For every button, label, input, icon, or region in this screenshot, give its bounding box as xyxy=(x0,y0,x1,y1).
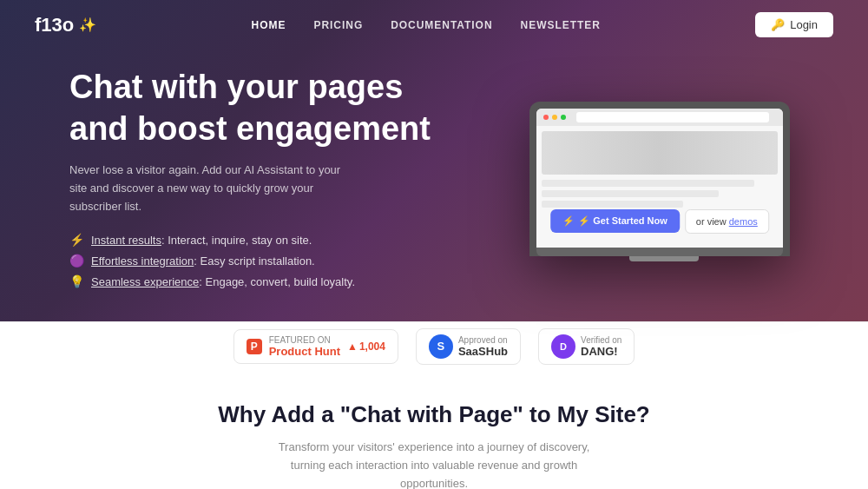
feature-integration-label: Effortless integration xyxy=(91,254,194,268)
product-hunt-badge[interactable]: P FEATURED ON Product Hunt ▲ 1,004 xyxy=(233,329,398,364)
lightning-icon-2: ⚡ xyxy=(562,215,575,227)
badges-strip: P FEATURED ON Product Hunt ▲ 1,004 S App… xyxy=(0,321,868,370)
laptop-base xyxy=(536,248,783,256)
or-view-demos[interactable]: or view demos xyxy=(685,209,769,234)
why-subtitle: Transform your visitors' experience into… xyxy=(269,439,599,489)
saashub-text: Approved on SaaSHub xyxy=(458,335,508,358)
nav-home[interactable]: HOME xyxy=(252,19,286,31)
dot-yellow xyxy=(552,115,557,120)
nav-newsletter[interactable]: NEWSLETTER xyxy=(521,19,601,31)
dot-red xyxy=(543,115,549,120)
saashub-approved-label: Approved on xyxy=(458,335,508,345)
hero-section: f13o ✨ HOME PRICING DOCUMENTATION NEWSLE… xyxy=(0,0,868,321)
dang-verified-label: Verified on xyxy=(581,335,621,345)
dang-badge[interactable]: D Verified on DANG! xyxy=(538,328,635,365)
laptop-outer: ⚡ ⚡ Get Started Now or view demos xyxy=(529,102,790,256)
screen-chat-popup: ⚡ ⚡ Get Started Now or view demos xyxy=(550,209,769,234)
dang-name: DANG! xyxy=(581,345,618,358)
dang-icon: D xyxy=(551,334,575,359)
dot-green xyxy=(561,115,566,120)
dang-text: Verified on DANG! xyxy=(581,335,621,358)
screen-text-line-2 xyxy=(542,190,719,197)
purple-dot-icon: 🟣 xyxy=(69,254,84,268)
why-title: Why Add a "Chat with Page" to My Site? xyxy=(35,401,833,428)
nav-documentation[interactable]: DOCUMENTATION xyxy=(391,19,492,31)
hero-body: Chat with your pagesand boost engagement… xyxy=(0,50,868,313)
laptop-mockup: ⚡ ⚡ Get Started Now or view demos xyxy=(529,102,799,261)
ph-name: Product Hunt xyxy=(269,345,340,358)
bulb-icon: 💡 xyxy=(69,274,84,288)
feature-instant-label: Instant results xyxy=(91,234,161,247)
saashub-icon: S xyxy=(429,334,453,359)
logo-sparkle: ✨ xyxy=(79,17,96,33)
login-button[interactable]: 🔑 Login xyxy=(755,12,833,37)
feature-experience-label: Seamless experience xyxy=(91,275,199,288)
laptop-stand xyxy=(629,256,699,261)
get-started-button[interactable]: ⚡ ⚡ Get Started Now xyxy=(550,209,680,233)
screen-image xyxy=(542,131,778,175)
logo[interactable]: f13o ✨ xyxy=(35,14,96,36)
screen-body: ⚡ ⚡ Get Started Now or view demos xyxy=(536,126,783,248)
hero-features: ⚡ Instant results: Interact, inquire, st… xyxy=(69,233,495,288)
why-section: Why Add a "Chat with Page" to My Site? T… xyxy=(0,370,868,489)
ph-count: ▲ 1,004 xyxy=(347,340,385,353)
ph-text: FEATURED ON Product Hunt xyxy=(269,335,340,358)
nav-links: HOME PRICING DOCUMENTATION NEWSLETTER xyxy=(252,19,601,31)
feature-integration: 🟣 Effortless integration: Easy script in… xyxy=(69,254,495,268)
feature-experience: 💡 Seamless experience: Engage, convert, … xyxy=(69,274,495,288)
ph-arrow-icon: ▲ xyxy=(347,340,358,353)
demos-link[interactable]: demos xyxy=(729,216,758,227)
nav-pricing[interactable]: PRICING xyxy=(313,19,363,31)
screen-bar xyxy=(536,109,783,126)
ph-icon: P xyxy=(247,339,262,354)
logo-text: f13o xyxy=(35,14,74,36)
screen-text-line-3 xyxy=(542,201,683,208)
dang-inner: D Verified on DANG! xyxy=(551,334,621,359)
lightning-icon: ⚡ xyxy=(69,233,84,247)
hero-title: Chat with your pagesand boost engagement xyxy=(69,67,495,149)
ph-featured-label: FEATURED ON xyxy=(269,335,340,345)
laptop-screen: ⚡ ⚡ Get Started Now or view demos xyxy=(536,109,783,248)
screen-text-line-1 xyxy=(542,180,754,187)
login-icon: 🔑 xyxy=(771,18,785,31)
hero-subtitle: Never lose a visitor again. Add our AI A… xyxy=(69,162,347,215)
feature-instant: ⚡ Instant results: Interact, inquire, st… xyxy=(69,233,495,247)
url-bar xyxy=(576,112,769,122)
saashub-name: SaaSHub xyxy=(458,345,508,358)
navbar: f13o ✨ HOME PRICING DOCUMENTATION NEWSLE… xyxy=(0,0,868,50)
saashub-badge[interactable]: S Approved on SaaSHub xyxy=(416,328,521,365)
hero-text: Chat with your pagesand boost engagement… xyxy=(69,67,495,295)
saashub-inner: S Approved on SaaSHub xyxy=(429,334,508,359)
